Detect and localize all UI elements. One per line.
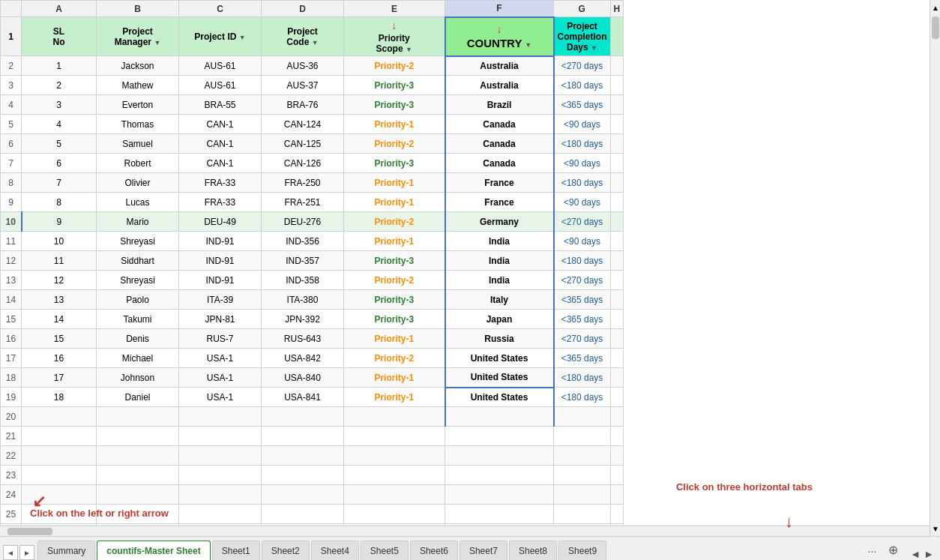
tab-scroll-right[interactable]: ► xyxy=(19,545,34,560)
cell-pid-7[interactable]: CAN-1 xyxy=(179,154,262,173)
cell-sl-10[interactable]: 9 xyxy=(22,212,97,232)
cell-sl-9[interactable]: 8 xyxy=(22,193,97,212)
cell-country-19[interactable]: United States xyxy=(445,388,554,407)
filter-icon-g[interactable]: ▼ xyxy=(591,44,597,52)
h-scrollbar-thumb[interactable] xyxy=(7,528,52,535)
h-scroll-right-arrow[interactable]: ► xyxy=(924,548,934,560)
cell-country-16[interactable]: Russia xyxy=(445,329,554,349)
cell-priority-14[interactable]: Priority-3 xyxy=(344,290,445,310)
cell-d-20[interactable] xyxy=(262,407,344,427)
cell-g-22[interactable] xyxy=(554,446,611,466)
add-sheet-btn[interactable]: ⊕ xyxy=(882,540,904,560)
cell-code-13[interactable]: IND-358 xyxy=(262,271,344,290)
cell-days-10[interactable]: <270 days xyxy=(554,212,611,232)
cell-b-23[interactable] xyxy=(97,466,179,485)
cell-pid-2[interactable]: AUS-61 xyxy=(179,56,262,76)
filter-icon-b[interactable]: ▼ xyxy=(154,39,160,46)
cell-g-20[interactable] xyxy=(554,407,611,427)
cell-d-22[interactable] xyxy=(262,446,344,466)
cell-country-10[interactable]: Germany xyxy=(445,212,554,232)
cell-d-23[interactable] xyxy=(262,466,344,485)
cell-manager-12[interactable]: Siddhart xyxy=(97,251,179,271)
cell-manager-5[interactable]: Thomas xyxy=(97,115,179,134)
cell-f-25[interactable] xyxy=(445,505,554,524)
cell-country-12[interactable]: India xyxy=(445,251,554,271)
cell-country-9[interactable]: France xyxy=(445,193,554,212)
cell-pid-10[interactable]: DEU-49 xyxy=(179,212,262,232)
filter-icon-f[interactable]: ▼ xyxy=(525,41,531,49)
cell-sl-13[interactable]: 12 xyxy=(22,271,97,290)
sheet-tab-sheet2[interactable]: Sheet2 xyxy=(262,541,310,560)
cell-manager-6[interactable]: Samuel xyxy=(97,134,179,154)
cell-e-20[interactable] xyxy=(344,407,445,427)
cell-a-23[interactable] xyxy=(22,466,97,485)
cell-days-17[interactable]: <365 days xyxy=(554,349,611,368)
cell-country-14[interactable]: Italy xyxy=(445,290,554,310)
cell-priority-11[interactable]: Priority-1 xyxy=(344,232,445,251)
cell-e-25[interactable] xyxy=(344,505,445,524)
cell-code-9[interactable]: FRA-251 xyxy=(262,193,344,212)
cell-manager-13[interactable]: Shreyasi xyxy=(97,271,179,290)
cell-sl-18[interactable]: 17 xyxy=(22,368,97,388)
col-header-b[interactable]: B xyxy=(97,1,179,17)
cell-days-15[interactable]: <365 days xyxy=(554,310,611,329)
cell-country-5[interactable]: Canada xyxy=(445,115,554,134)
col-header-e[interactable]: E xyxy=(344,1,445,17)
cell-f-20[interactable] xyxy=(445,407,554,427)
cell-country-7[interactable]: Canada xyxy=(445,154,554,173)
cell-f-21[interactable] xyxy=(445,427,554,446)
cell-country-4[interactable]: Brazil xyxy=(445,95,554,115)
cell-pid-5[interactable]: CAN-1 xyxy=(179,115,262,134)
cell-manager-4[interactable]: Everton xyxy=(97,95,179,115)
cell-a-21[interactable] xyxy=(22,427,97,446)
cell-pid-17[interactable]: USA-1 xyxy=(179,349,262,368)
cell-g-23[interactable] xyxy=(554,466,611,485)
sheet-tab-countifs-master-sheet[interactable]: countifs-Master Sheet xyxy=(97,541,210,560)
cell-c-22[interactable] xyxy=(179,446,262,466)
cell-c-25[interactable] xyxy=(179,505,262,524)
cell-manager-19[interactable]: Daniel xyxy=(97,388,179,407)
cell-manager-16[interactable]: Denis xyxy=(97,329,179,349)
cell-c-20[interactable] xyxy=(179,407,262,427)
cell-priority-16[interactable]: Priority-1 xyxy=(344,329,445,349)
cell-g-21[interactable] xyxy=(554,427,611,446)
cell-manager-17[interactable]: Michael xyxy=(97,349,179,368)
more-sheets-btn[interactable]: ··· xyxy=(862,542,883,560)
scroll-up-btn[interactable]: ▲ xyxy=(930,0,940,15)
cell-code-2[interactable]: AUS-36 xyxy=(262,56,344,76)
cell-days-2[interactable]: <270 days xyxy=(554,56,611,76)
cell-code-8[interactable]: FRA-250 xyxy=(262,173,344,193)
cell-d-24[interactable] xyxy=(262,485,344,505)
cell-pid-8[interactable]: FRA-33 xyxy=(179,173,262,193)
h-scroll-left-arrow[interactable]: ◄ xyxy=(910,548,921,560)
cell-code-15[interactable]: JPN-392 xyxy=(262,310,344,329)
cell-priority-4[interactable]: Priority-3 xyxy=(344,95,445,115)
cell-code-7[interactable]: CAN-126 xyxy=(262,154,344,173)
cell-sl-2[interactable]: 1 xyxy=(22,56,97,76)
col-header-f[interactable]: F xyxy=(445,1,554,17)
cell-days-5[interactable]: <90 days xyxy=(554,115,611,134)
cell-days-12[interactable]: <180 days xyxy=(554,251,611,271)
cell-b-22[interactable] xyxy=(97,446,179,466)
cell-days-9[interactable]: <90 days xyxy=(554,193,611,212)
cell-pid-16[interactable]: RUS-7 xyxy=(179,329,262,349)
sheet-tab-sheet1[interactable]: Sheet1 xyxy=(212,541,260,560)
cell-code-4[interactable]: BRA-76 xyxy=(262,95,344,115)
cell-days-7[interactable]: <90 days xyxy=(554,154,611,173)
sheet-tab-summary[interactable]: Summary xyxy=(37,541,95,560)
cell-c-23[interactable] xyxy=(179,466,262,485)
cell-manager-7[interactable]: Robert xyxy=(97,154,179,173)
cell-sl-19[interactable]: 18 xyxy=(22,388,97,407)
cell-priority-18[interactable]: Priority-1 xyxy=(344,368,445,388)
scrollbar-thumb[interactable] xyxy=(932,16,939,39)
cell-b-24[interactable] xyxy=(97,485,179,505)
cell-code-16[interactable]: RUS-643 xyxy=(262,329,344,349)
sheet-tab-sheet6[interactable]: Sheet6 xyxy=(410,541,458,560)
cell-priority-6[interactable]: Priority-2 xyxy=(344,134,445,154)
cell-e-23[interactable] xyxy=(344,466,445,485)
cell-priority-19[interactable]: Priority-1 xyxy=(344,388,445,407)
tab-scroll-left[interactable]: ◄ xyxy=(3,545,18,560)
cell-f-24[interactable] xyxy=(445,485,554,505)
cell-pid-11[interactable]: IND-91 xyxy=(179,232,262,251)
cell-priority-10[interactable]: Priority-2 xyxy=(344,212,445,232)
